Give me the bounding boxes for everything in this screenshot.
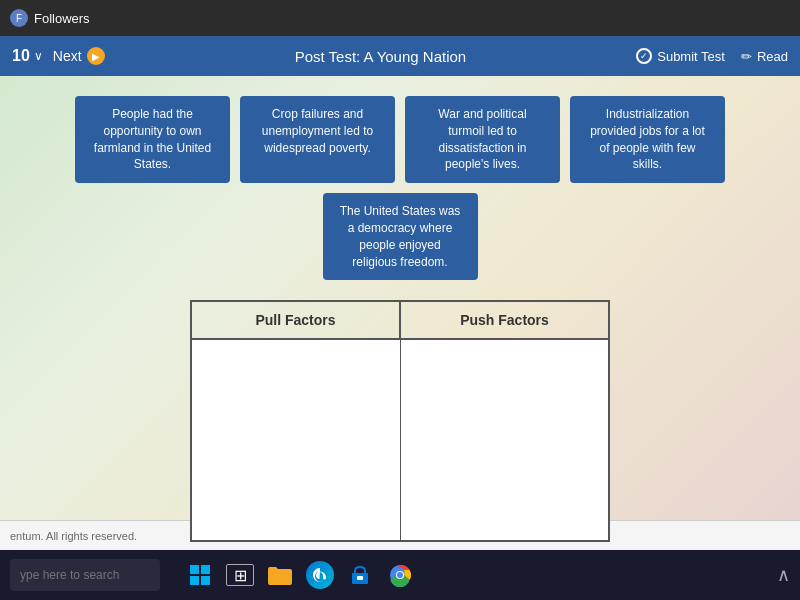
card-3-text: War and political turmoil led to dissati… [438,107,526,171]
page-title: Post Test: A Young Nation [125,48,637,65]
card-5-text: The United States was a democracy where … [340,204,461,268]
svg-rect-1 [201,565,210,574]
submit-test-button[interactable]: ✓ Submit Test [636,48,725,64]
title-bar: F Followers [0,0,800,36]
question-number: 10 [12,47,30,65]
card-2-text: Crop failures and unemployment led to wi… [262,107,373,155]
title-bar-label: Followers [34,11,90,26]
pull-factors-header: Pull Factors [192,302,400,340]
card-4[interactable]: Industrialization provided jobs for a lo… [570,96,725,183]
table-header: Pull Factors Push Factors [192,302,608,340]
followers-icon: F [10,9,28,27]
card-4-text: Industrialization provided jobs for a lo… [590,107,705,171]
next-label: Next [53,48,82,64]
taskbar-right-area: ∧ [777,564,790,586]
taskbar-icons: ⊞ [186,561,414,589]
push-factors-header: Push Factors [400,302,608,340]
card-1[interactable]: People had the opportunity to own farmla… [75,96,230,183]
chevron-down-icon: ∨ [34,49,43,63]
read-label: Read [757,49,788,64]
taskbar-icon-box[interactable]: ⊞ [226,561,254,589]
right-actions: ✓ Submit Test ✏ Read [636,48,788,64]
pencil-icon: ✏ [741,49,752,64]
taskbar-icon-windows[interactable] [186,561,214,589]
card-2[interactable]: Crop failures and unemployment led to wi… [240,96,395,183]
svg-rect-5 [357,576,363,580]
box-icon: ⊞ [226,564,254,586]
svg-point-8 [397,572,403,578]
drop-table-container: Pull Factors Push Factors [30,300,770,542]
push-factors-drop-zone[interactable] [401,340,609,540]
submit-label: Submit Test [657,49,725,64]
table-body [192,340,608,540]
taskbar-icon-folder[interactable] [266,561,294,589]
taskbar-icon-store[interactable] [346,561,374,589]
taskbar-chevron-up-icon: ∧ [777,565,790,585]
check-icon: ✓ [636,48,652,64]
nav-bar: 10 ∨ Next ▶ Post Test: A Young Nation ✓ … [0,36,800,76]
cards-area: People had the opportunity to own farmla… [30,96,770,280]
drop-table: Pull Factors Push Factors [190,300,610,542]
taskbar-search-input[interactable] [10,559,160,591]
card-1-text: People had the opportunity to own farmla… [94,107,211,171]
taskbar-icon-chrome[interactable] [386,561,414,589]
main-content: People had the opportunity to own farmla… [0,76,800,520]
next-circle-icon: ▶ [87,47,105,65]
next-button[interactable]: Next ▶ [53,47,105,65]
read-button[interactable]: ✏ Read [741,49,788,64]
svg-rect-0 [190,565,199,574]
card-3[interactable]: War and political turmoil led to dissati… [405,96,560,183]
svg-rect-3 [201,576,210,585]
card-5[interactable]: The United States was a democracy where … [323,193,478,280]
taskbar: ⊞ [0,550,800,600]
pull-factors-drop-zone[interactable] [192,340,401,540]
taskbar-icon-edge[interactable] [306,561,334,589]
svg-rect-2 [190,576,199,585]
